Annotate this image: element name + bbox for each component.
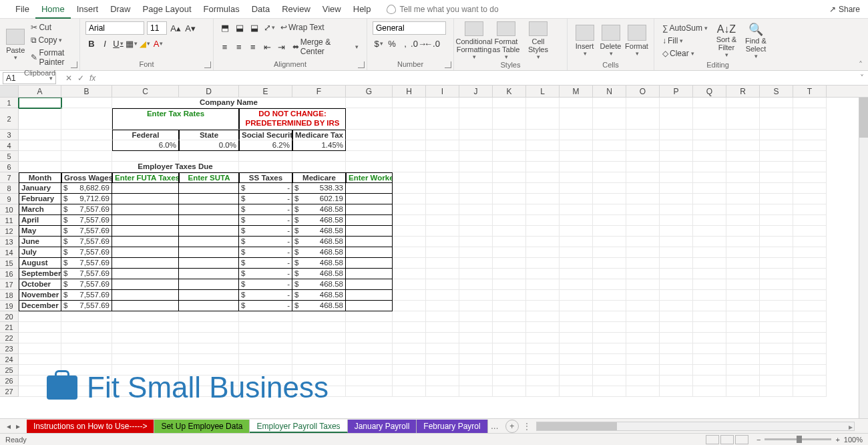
cell-T2[interactable]	[793, 108, 827, 130]
cell-F5[interactable]	[292, 151, 346, 162]
cell-F10[interactable]: $468.58	[292, 204, 346, 215]
cell-H2[interactable]	[393, 108, 426, 130]
cell-O16[interactable]	[626, 269, 660, 279]
cell-N17[interactable]	[593, 279, 626, 290]
cell-B27[interactable]	[61, 386, 112, 397]
cell-A4[interactable]	[19, 140, 61, 151]
number-format-select[interactable]	[373, 21, 446, 35]
cell-F15[interactable]: $468.58	[292, 258, 346, 269]
cell-B5[interactable]	[61, 151, 112, 162]
cell-B13[interactable]: $7,557.69	[61, 237, 112, 247]
insert-cells-button[interactable]: Insert▾	[573, 21, 596, 60]
find-select-button[interactable]: 🔍Find & Select▾	[742, 21, 769, 60]
cell-C24[interactable]	[112, 354, 179, 365]
cell-P3[interactable]	[660, 130, 693, 140]
cell-A16[interactable]: September	[19, 269, 61, 279]
cell-P25[interactable]	[660, 365, 693, 376]
cell-Q17[interactable]	[693, 279, 726, 290]
cell-R15[interactable]	[726, 258, 760, 269]
cell-E19[interactable]: $-	[239, 301, 292, 311]
cell-L3[interactable]	[526, 130, 560, 140]
cell-P4[interactable]	[660, 140, 693, 151]
format-painter-button[interactable]: ✎Format Painter	[28, 47, 74, 68]
cell-P16[interactable]	[660, 269, 693, 279]
cell-A17[interactable]: October	[19, 279, 61, 290]
cell-T27[interactable]	[793, 386, 827, 397]
cell-O13[interactable]	[626, 237, 660, 247]
row-header-25[interactable]: 25	[0, 365, 19, 376]
cell-K8[interactable]	[493, 183, 526, 194]
row-header-7[interactable]: 7	[0, 172, 19, 183]
row-header-24[interactable]: 24	[0, 354, 19, 365]
cell-I11[interactable]	[426, 215, 459, 226]
cell-N15[interactable]	[593, 258, 626, 269]
cell-B14[interactable]: $7,557.69	[61, 247, 112, 258]
increase-font-button[interactable]: A▴	[170, 22, 182, 34]
cell-M16[interactable]	[560, 269, 593, 279]
cell-C21[interactable]	[112, 322, 179, 333]
cell-D26[interactable]	[179, 376, 239, 386]
cell-H21[interactable]	[393, 322, 426, 333]
cell-H1[interactable]	[393, 98, 426, 108]
cell-B7[interactable]: Gross Wages	[61, 172, 112, 183]
cell-Q24[interactable]	[693, 354, 726, 365]
cell-J3[interactable]	[459, 130, 493, 140]
cell-T25[interactable]	[793, 365, 827, 376]
cell-K25[interactable]	[493, 365, 526, 376]
cell-Q5[interactable]	[693, 151, 726, 162]
cell-Q23[interactable]	[693, 343, 726, 354]
cell-J20[interactable]	[459, 311, 493, 322]
cell-N2[interactable]	[593, 108, 626, 130]
cell-S27[interactable]	[760, 386, 793, 397]
align-left-button[interactable]: ≡	[219, 41, 230, 53]
cell-H3[interactable]	[393, 130, 426, 140]
cell-S3[interactable]	[760, 130, 793, 140]
cell-S2[interactable]	[760, 108, 793, 130]
row-header-14[interactable]: 14	[0, 247, 19, 258]
cell-A10[interactable]: March	[19, 204, 61, 215]
cell-F6[interactable]	[292, 162, 346, 172]
cell-T10[interactable]	[793, 204, 827, 215]
row-header-11[interactable]: 11	[0, 215, 19, 226]
cell-R16[interactable]	[726, 269, 760, 279]
cell-R8[interactable]	[726, 183, 760, 194]
cell-M14[interactable]	[560, 247, 593, 258]
cell-K17[interactable]	[493, 279, 526, 290]
cell-T16[interactable]	[793, 269, 827, 279]
cell-N21[interactable]	[593, 322, 626, 333]
cell-I21[interactable]	[426, 322, 459, 333]
cell-K12[interactable]	[493, 226, 526, 237]
cell-T20[interactable]	[793, 311, 827, 322]
cell-E22[interactable]	[239, 333, 292, 343]
cell-E17[interactable]: $-	[239, 279, 292, 290]
cell-N4[interactable]	[593, 140, 626, 151]
cell-S15[interactable]	[760, 258, 793, 269]
cell-A5[interactable]	[19, 151, 61, 162]
cell-A25[interactable]	[19, 365, 61, 376]
cell-D5[interactable]	[179, 151, 239, 162]
cell-M18[interactable]	[560, 290, 593, 301]
cell-N8[interactable]	[593, 183, 626, 194]
cell-L16[interactable]	[526, 269, 560, 279]
cell-S11[interactable]	[760, 215, 793, 226]
cell-F23[interactable]	[292, 343, 346, 354]
comma-button[interactable]: ,	[399, 37, 411, 49]
orientation-button[interactable]: ⤢▾	[263, 21, 275, 33]
cell-B22[interactable]	[61, 333, 112, 343]
cell-S17[interactable]	[760, 279, 793, 290]
cell-R9[interactable]	[726, 194, 760, 204]
cell-S14[interactable]	[760, 247, 793, 258]
cell-A7[interactable]: Month	[19, 172, 61, 183]
cell-M5[interactable]	[560, 151, 593, 162]
cell-R27[interactable]	[726, 386, 760, 397]
cell-D24[interactable]	[179, 354, 239, 365]
cell-I6[interactable]	[426, 162, 459, 172]
cell-R6[interactable]	[726, 162, 760, 172]
cell-D16[interactable]	[179, 269, 239, 279]
cell-H19[interactable]	[393, 301, 426, 311]
cell-B2[interactable]	[61, 108, 112, 130]
sheet-tab-1[interactable]: Set Up Employee Data	[154, 420, 250, 433]
cell-O21[interactable]	[626, 322, 660, 333]
cell-M9[interactable]	[560, 194, 593, 204]
cell-G26[interactable]	[346, 376, 393, 386]
